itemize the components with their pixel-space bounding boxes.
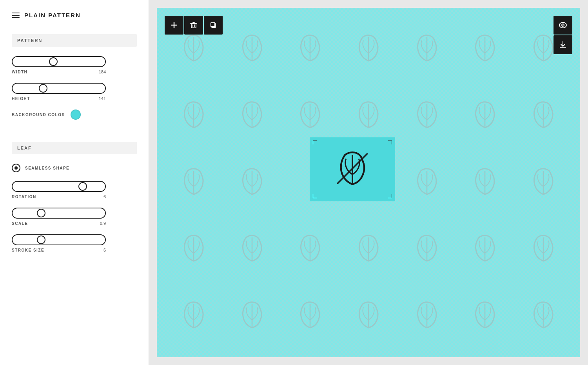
bg-color-row: BACKGROUND COLOR <box>12 110 137 120</box>
pattern-canvas[interactable] <box>157 8 580 357</box>
list-item <box>281 216 339 283</box>
width-slider-thumb <box>49 57 58 66</box>
leaf-section-label: LEAF <box>12 142 137 154</box>
list-item <box>456 283 514 349</box>
rotation-slider-info: ROTATION 6 <box>12 194 106 199</box>
list-item <box>281 16 339 82</box>
list-item <box>456 216 514 283</box>
seamless-shape-label: SEAMLESS SHAPE <box>25 166 69 170</box>
list-item <box>223 283 281 349</box>
list-item <box>165 283 223 349</box>
list-item <box>514 283 572 349</box>
menu-icon[interactable] <box>12 13 20 18</box>
rotation-slider-container[interactable] <box>12 181 106 192</box>
download-button[interactable] <box>554 35 572 54</box>
leaf-section: LEAF SEAMLESS SHAPE ROTATION 6 <box>12 142 137 261</box>
stroke-slider-row: STROKE SIZE 6 <box>12 234 137 252</box>
panel-header: PLAIN PATTERN <box>12 12 137 18</box>
list-item <box>223 82 281 149</box>
pattern-section: PATTERN WIDTH 184 HEIGHT 141 <box>12 34 137 131</box>
scale-slider-container[interactable] <box>12 208 106 219</box>
height-slider-track <box>12 83 106 94</box>
stroke-slider-info: STROKE SIZE 6 <box>12 248 106 252</box>
stroke-slider-thumb <box>37 235 45 244</box>
corner-handle-br <box>388 194 392 198</box>
toolbar-left <box>165 16 223 35</box>
stroke-label: STROKE SIZE <box>12 248 44 252</box>
list-item <box>223 216 281 283</box>
pattern-section-label: PATTERN <box>12 34 137 47</box>
width-label: WIDTH <box>12 70 27 74</box>
list-item <box>223 149 281 216</box>
scale-slider-track <box>12 208 106 219</box>
seamless-shape-radio[interactable] <box>12 164 20 172</box>
list-item <box>223 16 281 82</box>
list-item <box>339 16 398 82</box>
list-item <box>456 82 514 149</box>
height-slider-info: HEIGHT 141 <box>12 96 106 101</box>
height-slider-row: HEIGHT 141 <box>12 83 137 101</box>
list-item <box>456 16 514 82</box>
height-slider-thumb <box>39 84 47 93</box>
corner-handle-tl <box>313 141 317 144</box>
height-slider-container[interactable] <box>12 83 106 94</box>
svg-rect-8 <box>211 23 215 27</box>
width-slider-info: WIDTH 184 <box>12 69 106 74</box>
list-item <box>397 82 456 149</box>
scale-slider-row: SCALE 0.9 <box>12 208 137 226</box>
list-item <box>339 283 398 349</box>
add-button[interactable] <box>165 16 183 35</box>
width-slider-track <box>12 56 106 67</box>
list-item <box>514 149 572 216</box>
list-item <box>165 82 223 149</box>
svg-point-12 <box>563 25 563 26</box>
list-item <box>514 216 572 283</box>
width-slider-container[interactable] <box>12 56 106 67</box>
list-item <box>397 149 456 216</box>
rotation-slider-track <box>12 181 106 192</box>
seamless-shape-row: SEAMLESS SHAPE <box>12 164 137 172</box>
list-item <box>397 16 456 82</box>
scale-value: 0.9 <box>100 221 106 226</box>
rotation-value: 6 <box>103 194 106 199</box>
list-item <box>165 149 223 216</box>
corner-handle-bl <box>313 194 317 198</box>
height-value: 141 <box>99 96 106 101</box>
corner-handle-tr <box>388 141 392 144</box>
delete-button[interactable] <box>184 16 203 35</box>
height-label: HEIGHT <box>12 97 30 101</box>
list-item <box>397 216 456 283</box>
scale-slider-thumb <box>37 209 45 217</box>
scale-label: SCALE <box>12 221 28 226</box>
list-item <box>339 216 398 283</box>
list-item <box>514 82 572 149</box>
list-item <box>281 283 339 349</box>
stroke-slider-track <box>12 234 106 245</box>
canvas-wrapper <box>149 0 588 365</box>
list-item <box>456 149 514 216</box>
duplicate-button[interactable] <box>204 16 223 35</box>
svg-rect-2 <box>191 24 196 28</box>
rotation-slider-thumb <box>78 182 87 191</box>
scale-slider-info: SCALE 0.9 <box>12 221 106 226</box>
stroke-slider-container[interactable] <box>12 234 106 245</box>
rotation-slider-row: ROTATION 6 <box>12 181 137 199</box>
list-item <box>165 216 223 283</box>
width-value: 184 <box>99 69 106 74</box>
rotation-label: ROTATION <box>12 195 36 199</box>
preview-button[interactable] <box>554 16 572 35</box>
list-item <box>397 283 456 349</box>
bg-color-swatch[interactable] <box>71 110 81 120</box>
radio-inner <box>15 166 18 170</box>
bg-color-label: BACKGROUND COLOR <box>12 113 65 117</box>
canvas-area <box>149 0 588 365</box>
panel-title: PLAIN PATTERN <box>24 12 81 18</box>
selected-cell[interactable] <box>310 137 395 201</box>
toolbar-right <box>554 16 572 54</box>
left-panel: PLAIN PATTERN PATTERN WIDTH 184 <box>0 0 149 365</box>
width-slider-row: WIDTH 184 <box>12 56 137 74</box>
stroke-value: 6 <box>103 248 106 252</box>
